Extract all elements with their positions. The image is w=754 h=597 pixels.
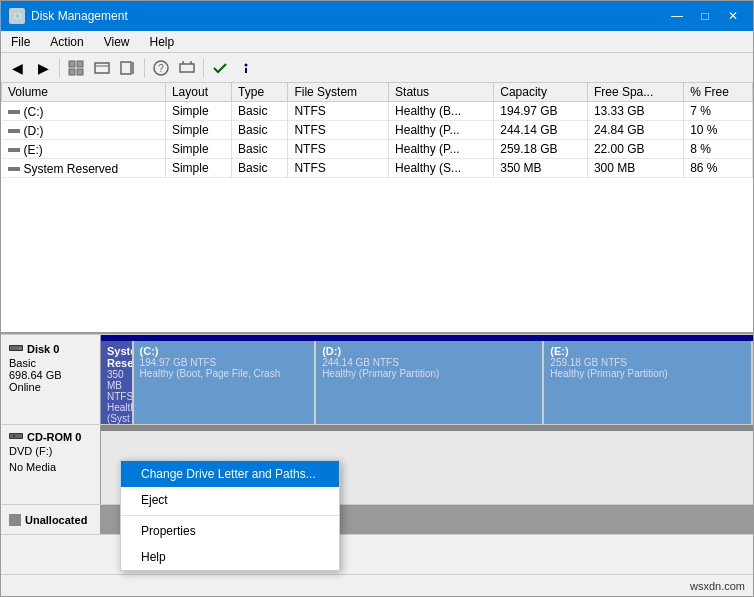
col-layout[interactable]: Layout — [165, 83, 231, 102]
toolbar-btn-3[interactable] — [64, 57, 88, 79]
cell-free-2: 22.00 GB — [587, 140, 683, 159]
col-status[interactable]: Status — [389, 83, 494, 102]
col-capacity[interactable]: Capacity — [494, 83, 588, 102]
disk-table-area: Volume Layout Type File System Status Ca… — [1, 83, 753, 334]
partition-system-reserved-size: 350 MB NTFS — [107, 369, 126, 402]
context-menu-item-1[interactable]: Eject — [121, 487, 339, 513]
toolbar-separator-1 — [59, 59, 60, 77]
table-row[interactable]: System Reserved Simple Basic NTFS Health… — [2, 159, 753, 178]
forward-button[interactable]: ▶ — [31, 57, 55, 79]
unalloc-square — [9, 514, 21, 526]
partition-system-reserved[interactable]: System Rese 350 MB NTFS Healthy (Syst — [101, 341, 134, 424]
partition-e-status: Healthy (Primary Partition) — [550, 368, 745, 379]
cell-layout-1: Simple — [165, 121, 231, 140]
cell-pct-2: 8 % — [684, 140, 753, 159]
partition-system-reserved-status: Healthy (Syst — [107, 402, 126, 424]
svg-rect-17 — [19, 348, 21, 349]
toolbar-separator-3 — [203, 59, 204, 77]
menu-bar: File Action View Help — [1, 31, 753, 53]
menu-action[interactable]: Action — [40, 31, 93, 52]
cell-fs-2: NTFS — [288, 140, 389, 159]
svg-rect-1 — [77, 61, 83, 67]
cell-volume-3: System Reserved — [2, 159, 166, 178]
col-volume[interactable]: Volume — [2, 83, 166, 102]
cdrom0-title: CD-ROM 0 — [9, 429, 92, 445]
context-menu-item-3[interactable]: Help — [121, 544, 339, 570]
title-bar-controls: — □ ✕ — [665, 7, 745, 25]
toolbar-btn-5[interactable] — [116, 57, 140, 79]
cdrom0-label: CD-ROM 0 DVD (F:) No Media — [1, 425, 101, 504]
disk0-label: Disk 0 Basic 698.64 GB Online — [1, 335, 101, 424]
disk0-partitions: System Rese 350 MB NTFS Healthy (Syst (C… — [101, 335, 753, 424]
cell-pct-1: 10 % — [684, 121, 753, 140]
context-menu-item-2[interactable]: Properties — [121, 518, 339, 544]
cell-type-2: Basic — [232, 140, 288, 159]
table-row[interactable]: (E:) Simple Basic NTFS Healthy (P... 259… — [2, 140, 753, 159]
app-icon: 💿 — [9, 8, 25, 24]
disk-map-area[interactable]: Disk 0 Basic 698.64 GB Online System Res… — [1, 334, 753, 574]
toolbar-separator-2 — [144, 59, 145, 77]
toolbar-btn-info[interactable] — [234, 57, 258, 79]
unallocated-label: Unallocated — [1, 505, 101, 534]
toolbar: ◀ ▶ ? — [1, 53, 753, 83]
title-bar: 💿 Disk Management — □ ✕ — [1, 1, 753, 31]
toolbar-btn-question[interactable]: ? — [149, 57, 173, 79]
table-row[interactable]: (D:) Simple Basic NTFS Healthy (P... 244… — [2, 121, 753, 140]
close-button[interactable]: ✕ — [721, 7, 745, 25]
cell-capacity-2: 259.18 GB — [494, 140, 588, 159]
cell-free-0: 13.33 GB — [587, 102, 683, 121]
title-bar-left: 💿 Disk Management — [9, 8, 128, 24]
back-button[interactable]: ◀ — [5, 57, 29, 79]
cell-status-2: Healthy (P... — [389, 140, 494, 159]
menu-help[interactable]: Help — [140, 31, 185, 52]
svg-point-21 — [14, 436, 15, 437]
cell-layout-0: Simple — [165, 102, 231, 121]
toolbar-btn-4[interactable] — [90, 57, 114, 79]
partition-c[interactable]: (C:) 194.97 GB NTFS Healthy (Boot, Page … — [134, 341, 317, 424]
menu-file[interactable]: File — [1, 31, 40, 52]
cell-status-0: Healthy (B... — [389, 102, 494, 121]
maximize-button[interactable]: □ — [693, 7, 717, 25]
cdrom0-name: CD-ROM 0 — [27, 431, 81, 443]
disk0-status: Online — [9, 381, 92, 393]
cdrom0-type: DVD (F:) — [9, 445, 92, 457]
disk0-size: 698.64 GB — [9, 369, 92, 381]
col-type[interactable]: Type — [232, 83, 288, 102]
svg-rect-6 — [121, 62, 131, 74]
partition-e[interactable]: (E:) 259.18 GB NTFS Healthy (Primary Par… — [544, 341, 753, 424]
partition-d-size: 244.14 GB NTFS — [322, 357, 536, 368]
cell-type-0: Basic — [232, 102, 288, 121]
window-title: Disk Management — [31, 9, 128, 23]
toolbar-btn-check[interactable] — [208, 57, 232, 79]
context-menu: Change Drive Letter and Paths...EjectPro… — [120, 460, 340, 571]
svg-rect-10 — [180, 64, 194, 72]
svg-text:?: ? — [158, 63, 164, 74]
cell-fs-3: NTFS — [288, 159, 389, 178]
context-menu-item-0[interactable]: Change Drive Letter and Paths... — [121, 461, 339, 487]
partition-system-reserved-name: System Rese — [107, 345, 126, 369]
cell-free-3: 300 MB — [587, 159, 683, 178]
cell-volume-0: (C:) — [2, 102, 166, 121]
cell-fs-0: NTFS — [288, 102, 389, 121]
disk-table: Volume Layout Type File System Status Ca… — [1, 83, 753, 178]
menu-view[interactable]: View — [94, 31, 140, 52]
disk0-type: Basic — [9, 357, 92, 369]
disk0-row: Disk 0 Basic 698.64 GB Online System Res… — [1, 335, 753, 425]
col-freespace[interactable]: Free Spa... — [587, 83, 683, 102]
col-filesystem[interactable]: File System — [288, 83, 389, 102]
partition-d[interactable]: (D:) 244.14 GB NTFS Healthy (Primary Par… — [316, 341, 544, 424]
cell-free-1: 24.84 GB — [587, 121, 683, 140]
cell-status-1: Healthy (P... — [389, 121, 494, 140]
partition-e-size: 259.18 GB NTFS — [550, 357, 745, 368]
toolbar-btn-7[interactable] — [175, 57, 199, 79]
status-text: wsxdn.com — [690, 580, 745, 592]
context-menu-separator-1 — [121, 515, 339, 516]
svg-rect-4 — [95, 63, 109, 73]
cell-layout-3: Simple — [165, 159, 231, 178]
main-window: 💿 Disk Management — □ ✕ File Action View… — [0, 0, 754, 597]
minimize-button[interactable]: — — [665, 7, 689, 25]
cdrom0-status: No Media — [9, 461, 92, 473]
table-row[interactable]: (C:) Simple Basic NTFS Healthy (B... 194… — [2, 102, 753, 121]
svg-point-13 — [245, 63, 248, 66]
col-pctfree[interactable]: % Free — [684, 83, 753, 102]
